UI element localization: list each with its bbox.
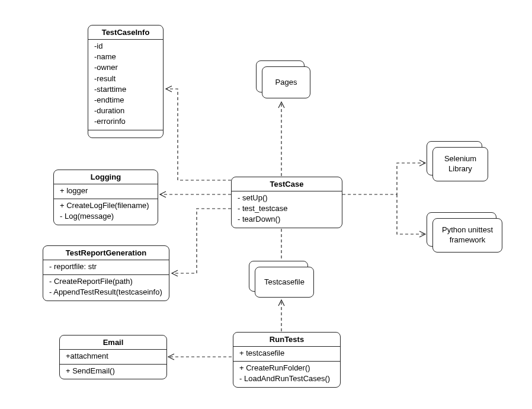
- ops: + SendEmail(): [60, 365, 166, 379]
- title: Email: [60, 335, 166, 350]
- title: TestReportGeneration: [43, 246, 169, 260]
- ops: - CreateReportFile(path) - AppendTestRes…: [43, 275, 169, 300]
- attrs: + testcasefile: [233, 347, 340, 362]
- class-testcase: TestCase - setUp() - test_testcase - tea…: [231, 177, 342, 228]
- class-runtests: RunTests + testcasefile + CreateRunFolde…: [233, 332, 341, 388]
- class-testreportgeneration: TestReportGeneration - reportfile: str -…: [43, 245, 169, 301]
- package-selenium: Selenium Library: [427, 141, 491, 184]
- attrs: + logger: [54, 184, 158, 199]
- ops: + CreateRunFolder() - LoadAndRunTestCase…: [233, 362, 340, 386]
- ops: - setUp() - test_testcase - tearDown(): [232, 191, 342, 228]
- class-testcaseinfo: TestCaseInfo -id -name -owner -result -s…: [88, 25, 164, 138]
- title: TestCaseInfo: [88, 25, 163, 40]
- attrs: +attachment: [60, 350, 166, 365]
- package-pages: Pages: [256, 60, 312, 100]
- ops-empty: [88, 130, 163, 138]
- package-testcasefile: Testcasefile: [249, 261, 315, 299]
- attrs: - reportfile: str: [43, 260, 169, 275]
- package-unittest: Python unittest framework: [427, 212, 504, 255]
- class-email: Email +attachment + SendEmail(): [59, 335, 167, 379]
- ops: + CreateLogFile(filename) - Log(message): [54, 199, 158, 224]
- title: Logging: [54, 170, 158, 184]
- title: RunTests: [233, 333, 340, 347]
- class-logging: Logging + logger + CreateLogFile(filenam…: [53, 170, 158, 225]
- title: TestCase: [232, 177, 342, 191]
- attrs: -id -name -owner -result -starttime -end…: [88, 40, 163, 130]
